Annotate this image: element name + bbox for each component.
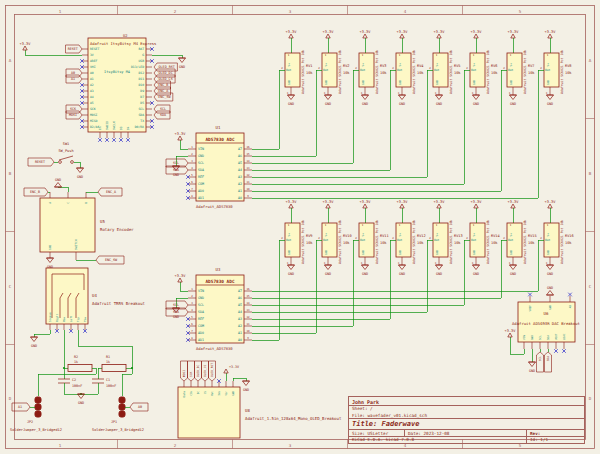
svg-text:MISO: MISO <box>90 119 98 123</box>
svg-text:AD0: AD0 <box>198 189 204 193</box>
svg-text:Adafruit SC6021 Pot 10k: Adafruit SC6021 Pot 10k <box>449 220 453 264</box>
svg-text:COM: COM <box>198 324 204 328</box>
svg-text:Out: Out <box>323 68 329 72</box>
svg-text:Tip: Tip <box>76 317 80 322</box>
schematic-page: 1122334455AABBCCDDU2Adafruit ItsyBitsy M… <box>0 0 600 454</box>
svg-text:A5: A5 <box>238 303 242 307</box>
svg-text:REF: REF <box>198 317 204 321</box>
svg-text:A7: A7 <box>238 147 242 151</box>
svg-text:Out: Out <box>545 238 551 242</box>
svg-text:GND: GND <box>546 250 550 255</box>
svg-text:+3.3V: +3.3V <box>508 200 520 204</box>
svg-text:SDA: SDA <box>173 310 179 314</box>
svg-text:RV7: RV7 <box>528 64 535 68</box>
svg-text:10k: 10k <box>343 71 350 75</box>
svg-text:COM: COM <box>198 182 204 186</box>
svg-text:GND: GND <box>510 102 516 106</box>
svg-text:10k: 10k <box>306 241 313 245</box>
svg-text:REF: REF <box>198 175 204 179</box>
svg-text:GND: GND <box>231 391 235 396</box>
svg-text:A5: A5 <box>90 101 94 105</box>
svg-text:JP2: JP2 <box>27 420 33 424</box>
svg-text:RV1: RV1 <box>306 64 313 68</box>
svg-text:Adafruit_ADS7830: Adafruit_ADS7830 <box>196 204 233 209</box>
svg-text:1k: 1k <box>106 360 110 364</box>
svg-text:11: 11 <box>246 181 250 184</box>
svg-text:Adafruit SC6021 Pot 10k: Adafruit SC6021 Pot 10k <box>523 220 527 264</box>
svg-text:10k: 10k <box>565 241 572 245</box>
svg-text:RESET: RESET <box>35 160 45 164</box>
svg-text:V+: V+ <box>546 233 550 237</box>
svg-text:ENC_A: ENC_A <box>106 190 116 194</box>
svg-text:GND: GND <box>473 102 479 106</box>
svg-text:A1: A1 <box>238 331 242 335</box>
svg-text:10k: 10k <box>417 71 424 75</box>
svg-text:A6: A6 <box>238 296 242 300</box>
svg-text:VOUT: VOUT <box>554 333 558 340</box>
svg-text:10k: 10k <box>380 241 387 245</box>
svg-text:A4: A4 <box>90 95 94 99</box>
svg-text:ADS7830 ADC: ADS7830 ADC <box>205 137 234 142</box>
svg-text:GND: GND <box>436 272 442 276</box>
svg-text:Left: Left <box>69 315 73 322</box>
svg-text:GND: GND <box>288 272 294 276</box>
svg-text:GND: GND <box>55 178 61 182</box>
svg-text:D10: D10 <box>138 83 144 87</box>
svg-text:V+: V+ <box>509 233 513 237</box>
schematic-canvas[interactable]: 1122334455AABBCCDDU2Adafruit ItsyBitsy M… <box>0 0 600 454</box>
svg-text:V+: V+ <box>546 63 550 67</box>
title-block-id: Id: 1/1 <box>526 437 584 444</box>
svg-text:Adafruit SC6021 Pot 10k: Adafruit SC6021 Pot 10k <box>412 50 416 94</box>
svg-text:D11: D11 <box>138 77 144 81</box>
svg-text:GND: GND <box>243 388 249 392</box>
svg-text:VREF: VREF <box>528 305 532 312</box>
svg-text:SCL: SCL <box>173 161 179 165</box>
svg-text:A0: A0 <box>138 405 142 409</box>
svg-text:SDA: SDA <box>138 113 144 117</box>
svg-text:16: 16 <box>246 146 250 149</box>
svg-text:D7: D7 <box>140 95 144 99</box>
svg-text:GND: GND <box>546 80 550 85</box>
svg-text:V+: V+ <box>361 233 365 237</box>
svg-text:Out: Out <box>286 68 292 72</box>
svg-text:RESET: RESET <box>68 47 78 51</box>
svg-text:AD0: AD0 <box>198 331 204 335</box>
svg-text:GND: GND <box>324 250 328 255</box>
svg-text:RV11: RV11 <box>380 234 389 238</box>
svg-text:SWCLK: SWCLK <box>112 121 116 130</box>
svg-text:RV9: RV9 <box>306 234 313 238</box>
svg-text:A1: A1 <box>238 189 242 193</box>
svg-text:GND: GND <box>361 80 365 85</box>
svg-text:GND: GND <box>530 335 534 340</box>
svg-text:D9: D9 <box>140 89 144 93</box>
svg-text:ENC_SW: ENC_SW <box>105 258 118 262</box>
svg-text:V+: V+ <box>509 63 513 67</box>
svg-text:SolderJumper_3_Bridged12: SolderJumper_3_Bridged12 <box>92 428 144 432</box>
svg-text:SWITCH: SWITCH <box>74 239 78 250</box>
svg-text:VIN: VIN <box>198 289 204 293</box>
svg-text:GND: GND <box>548 305 552 310</box>
svg-text:Data: Data <box>182 391 186 398</box>
svg-text:U6: U6 <box>544 311 549 316</box>
svg-text:SolderJumper_3_Bridged12: SolderJumper_3_Bridged12 <box>10 428 62 432</box>
svg-text:GND: GND <box>287 80 291 85</box>
svg-text:GND: GND <box>325 102 331 106</box>
svg-text:13: 13 <box>246 309 250 312</box>
svg-text:Out: Out <box>434 68 440 72</box>
svg-text:GND: GND <box>509 80 513 85</box>
svg-text:+3.3V: +3.3V <box>286 30 298 34</box>
svg-text:Out: Out <box>360 68 366 72</box>
svg-text:D5: D5 <box>140 101 144 105</box>
svg-text:Out: Out <box>434 238 440 242</box>
svg-text:Clk: Clk <box>189 391 193 396</box>
svg-text:GND: GND <box>324 80 328 85</box>
svg-text:A4: A4 <box>238 168 242 172</box>
svg-text:A1: A1 <box>90 77 94 81</box>
svg-text:V+: V+ <box>435 233 439 237</box>
svg-text:ItsyBitsy M4: ItsyBitsy M4 <box>104 70 130 74</box>
svg-text:16: 16 <box>246 288 250 291</box>
svg-text:+3.3V: +3.3V <box>360 200 372 204</box>
svg-text:C: C <box>66 202 70 204</box>
svg-text:Adafruit SC6021 Pot 10k: Adafruit SC6021 Pot 10k <box>523 50 527 94</box>
svg-text:GND: GND <box>287 250 291 255</box>
